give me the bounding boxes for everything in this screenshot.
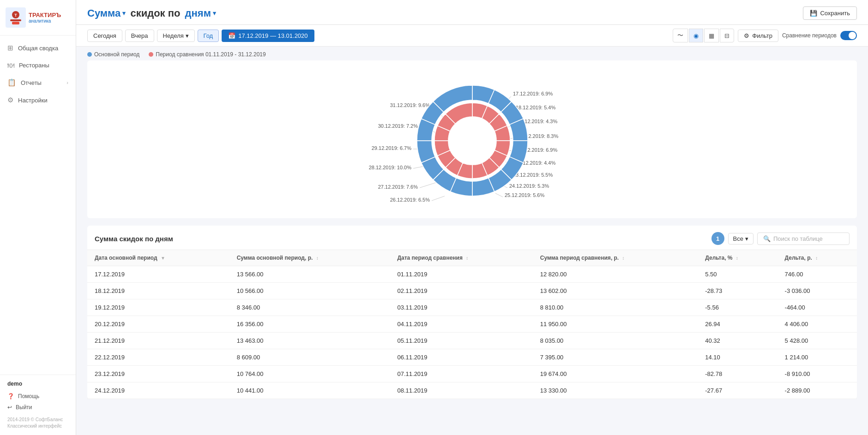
date-range-button[interactable]: 📅 17.12.2019 — 13.01.2020 <box>222 30 314 42</box>
title-dropdown2[interactable]: ▾ <box>213 10 216 17</box>
cell-sum2: 19 674.00 <box>533 366 698 382</box>
save-button[interactable]: 💾 Сохранить <box>803 6 857 20</box>
compare-toggle-switch[interactable] <box>840 31 857 40</box>
cell-date1: 24.12.2019 <box>87 382 229 399</box>
title-word-summa: Сумма <box>87 7 121 19</box>
table-row: 22.12.2019 8 609.00 06.11.2019 7 395.00 … <box>87 349 857 366</box>
yesterday-button[interactable]: Вчера <box>125 30 154 42</box>
logout-label: Выйти <box>16 404 32 411</box>
donut-chart: 31.12.2019: 9.6% 30.12.2019: 7.2% 29.12.… <box>343 68 602 211</box>
table-view-button[interactable]: ⊟ <box>720 29 734 42</box>
filter-label: Фильтр <box>752 32 772 39</box>
help-link[interactable]: ❓ Помощь <box>7 391 68 402</box>
svg-text:Т: Т <box>14 13 17 18</box>
filter-all-dropdown[interactable]: Все ▾ <box>728 233 753 244</box>
svg-point-35 <box>449 118 495 164</box>
cell-sum2: 8 035.00 <box>533 333 698 349</box>
chart-section: 31.12.2019: 9.6% 30.12.2019: 7.2% 29.12.… <box>87 60 857 218</box>
table-header-row: Сумма скидок по дням 1 Все ▾ 🔍 Поиск по … <box>87 226 857 250</box>
title-dropdown1[interactable]: ▾ <box>122 10 126 17</box>
cell-date2: 05.11.2019 <box>390 333 532 349</box>
compare-toggle-area: Сравнение периодов <box>782 31 857 40</box>
logo-icon: Т <box>6 7 26 28</box>
sidebar-item-settings[interactable]: ⚙ Настройки <box>0 91 76 109</box>
sidebar-footer: demo ❓ Помощь ↩ Выйти 2014-2019 © СофтБа… <box>0 375 76 435</box>
col-date1[interactable]: Дата основной период ▼ <box>87 250 229 266</box>
legend-dot-blue <box>87 52 92 57</box>
col-delta-r[interactable]: Дельта, р. ↕ <box>778 250 857 266</box>
reports-icon: 📋 <box>7 78 16 87</box>
svg-rect-2 <box>10 19 21 21</box>
cell-sum1: 13 463.00 <box>229 333 390 349</box>
compare-label: Сравнение периодов <box>782 32 837 39</box>
title-word-dnyam: дням <box>185 7 211 19</box>
year-button[interactable]: Год <box>198 30 219 42</box>
legend-main-label: Основной период <box>94 51 139 58</box>
table-row: 20.12.2019 16 356.00 04.11.2019 11 950.0… <box>87 316 857 333</box>
page-indicator: 1 <box>711 232 724 245</box>
cell-delta-pct: 26.94 <box>698 316 777 333</box>
logout-link[interactable]: ↩ Выйти <box>7 402 68 413</box>
chart-legend: Основной период Период сравнения 01.11.2… <box>87 47 857 60</box>
sort-icon-delta-pct: ↕ <box>736 256 738 261</box>
dropdown-chevron-icon: ▾ <box>745 235 748 242</box>
cell-sum2: 11 950.00 <box>533 316 698 333</box>
cell-date1: 19.12.2019 <box>87 299 229 316</box>
svg-text:17.12.2019: 6.9%: 17.12.2019: 6.9% <box>513 91 553 96</box>
week-dropdown-icon: ▾ <box>186 32 189 39</box>
cell-delta-pct: -27.67 <box>698 382 777 399</box>
copyright-text: 2014-2019 © СофтБалансКлассический интер… <box>7 417 68 429</box>
filter-icon: ⚙ <box>744 32 749 39</box>
cell-sum2: 12 820.00 <box>533 266 698 283</box>
col-delta-pct[interactable]: Дельта, % ↕ <box>698 250 777 266</box>
cell-date1: 21.12.2019 <box>87 333 229 349</box>
filter-button[interactable]: ⚙ Фильтр <box>738 30 778 42</box>
cell-date1: 22.12.2019 <box>87 349 229 366</box>
cell-delta-pct: -5.56 <box>698 299 777 316</box>
cell-delta-r: -8 910.00 <box>778 366 857 382</box>
sort-icon-date1: ▼ <box>161 256 165 261</box>
legend-compare-label: Период сравнения 01.11.2019 - 31.12.2019 <box>156 51 265 58</box>
sidebar-item-label: Настройки <box>18 97 48 104</box>
search-input-area[interactable]: 🔍 Поиск по таблице <box>757 232 850 245</box>
sort-icon-sum1: ↕ <box>316 256 319 261</box>
sidebar-item-general[interactable]: ⊞ Общая сводка <box>0 39 76 57</box>
cell-sum1: 10 764.00 <box>229 366 390 382</box>
cell-date2: 01.11.2019 <box>390 266 532 283</box>
cell-sum1: 13 566.00 <box>229 266 390 283</box>
sidebar-item-restaurants[interactable]: 🍽 Рестораны <box>0 57 76 74</box>
cell-delta-r: -3 036.00 <box>778 283 857 299</box>
table-title: Сумма скидок по дням <box>95 235 173 243</box>
col-sum1[interactable]: Сумма основной период, р. ↕ <box>229 250 390 266</box>
donut-chart-view-button[interactable]: ◉ <box>689 29 703 42</box>
cell-delta-pct: -82.78 <box>698 366 777 382</box>
settings-icon: ⚙ <box>7 96 13 104</box>
toolbar: Сегодня Вчера Неделя ▾ Год 📅 17.12.2019 … <box>76 25 868 47</box>
cell-delta-r: 5 428.00 <box>778 333 857 349</box>
week-button[interactable]: Неделя ▾ <box>157 30 195 42</box>
col-date2[interactable]: Дата период сравнения ↕ <box>390 250 532 266</box>
help-label: Помощь <box>18 393 39 399</box>
cell-sum2: 13 330.00 <box>533 382 698 399</box>
svg-text:27.12.2019: 7.6%: 27.12.2019: 7.6% <box>378 184 417 190</box>
save-label: Сохранить <box>820 10 850 17</box>
bar-chart-view-button[interactable]: ▦ <box>704 29 719 42</box>
cell-date2: 06.11.2019 <box>390 349 532 366</box>
table-row: 17.12.2019 13 566.00 01.11.2019 12 820.0… <box>87 266 857 283</box>
svg-text:23.12.2019: 5.5%: 23.12.2019: 5.5% <box>513 172 553 178</box>
toolbar-right: 〜 ◉ ▦ ⊟ ⚙ Фильтр Сравнение периодов <box>673 29 857 42</box>
restaurant-icon: 🍽 <box>7 61 14 69</box>
cell-delta-pct: 14.10 <box>698 349 777 366</box>
week-label: Неделя <box>163 32 184 39</box>
sidebar-item-reports[interactable]: 📋 Отчеты › <box>0 74 76 91</box>
today-button[interactable]: Сегодня <box>87 30 122 42</box>
logout-icon: ↩ <box>7 404 12 411</box>
table-row: 21.12.2019 13 463.00 05.11.2019 8 035.00… <box>87 333 857 349</box>
line-chart-view-button[interactable]: 〜 <box>673 29 688 42</box>
svg-line-16 <box>432 196 445 201</box>
table-controls: 1 Все ▾ 🔍 Поиск по таблице <box>711 232 850 245</box>
search-icon: 🔍 <box>763 235 771 242</box>
content-area: Основной период Период сравнения 01.11.2… <box>76 47 868 435</box>
col-sum2[interactable]: Сумма период сравнения, р. ↕ <box>533 250 698 266</box>
cell-date1: 23.12.2019 <box>87 366 229 382</box>
